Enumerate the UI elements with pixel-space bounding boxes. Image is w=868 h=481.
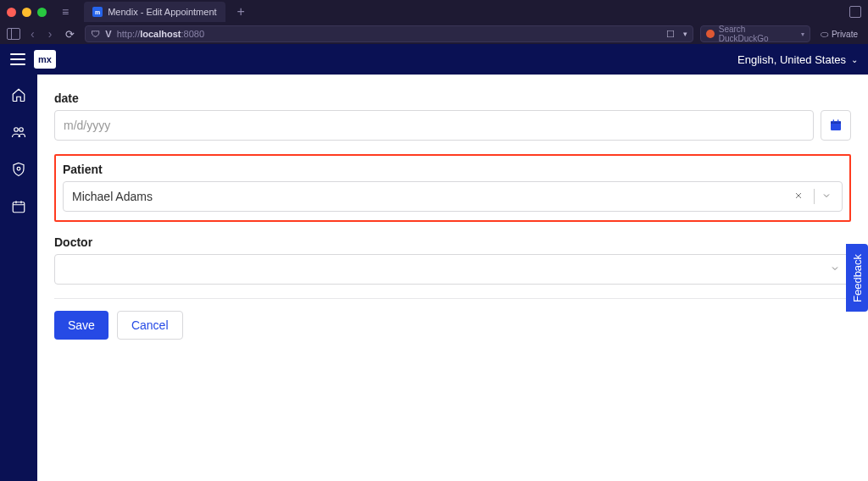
left-nav — [0, 75, 37, 481]
svg-rect-5 — [831, 121, 841, 124]
app-header: mx English, United States ⌄ — [0, 44, 868, 75]
reload-icon[interactable]: ⟳ — [65, 28, 75, 41]
maximize-window-icon[interactable] — [37, 8, 47, 17]
app-logo[interactable]: mx — [34, 50, 56, 69]
shield-icon[interactable] — [10, 161, 27, 178]
browser-tabbar: ≡ m Mendix - Edit Appointment + — [0, 0, 868, 24]
private-mask-icon: ⬭ — [821, 29, 828, 40]
bookmark-icon[interactable]: ☐ — [666, 29, 675, 40]
minimize-window-icon[interactable] — [22, 8, 31, 17]
scheme-icon: V — [105, 29, 111, 39]
form-buttons: Save Cancel — [54, 311, 851, 340]
nav-back-icon[interactable]: ‹ — [27, 27, 38, 41]
address-field[interactable]: 🛡 V http://localhost:8080 ☐ ▾ — [85, 25, 693, 42]
date-input[interactable] — [54, 110, 814, 141]
language-selector[interactable]: English, United States ⌄ — [737, 53, 858, 66]
browser-sidebar-toggle-icon[interactable] — [7, 28, 20, 40]
tab-title: Mendix - Edit Appointment — [108, 7, 216, 17]
search-caret-icon[interactable]: ▾ — [801, 30, 804, 38]
date-picker-button[interactable] — [821, 110, 851, 141]
nav-forward-icon: › — [45, 27, 56, 41]
private-label: Private — [832, 30, 858, 39]
patient-label: Patient — [63, 163, 843, 176]
doctor-select[interactable] — [54, 254, 851, 285]
svg-point-1 — [19, 128, 24, 132]
url-text: http://localhost:8080 — [117, 29, 204, 39]
tab-favicon-icon: m — [92, 7, 103, 17]
svg-rect-3 — [13, 202, 25, 213]
divider — [814, 189, 815, 204]
browser-tab[interactable]: m Mendix - Edit Appointment — [84, 2, 225, 22]
browser-chrome: ≡ m Mendix - Edit Appointment + ‹ › ⟳ 🛡 … — [0, 0, 868, 44]
browser-search-field[interactable]: Search DuckDuckGo ▾ — [700, 25, 810, 42]
doctor-label: Doctor — [54, 235, 851, 249]
svg-rect-7 — [837, 119, 838, 122]
app-body: date Patient Michael Adams — [0, 75, 868, 481]
doctor-field: Doctor — [54, 235, 851, 285]
svg-point-2 — [17, 167, 20, 170]
panel-toggle-icon[interactable] — [849, 6, 861, 18]
chevron-down-icon[interactable] — [826, 263, 843, 276]
chevron-down-icon[interactable] — [818, 190, 835, 203]
new-tab-button[interactable]: + — [237, 4, 245, 19]
chevron-down-icon: ⌄ — [851, 55, 858, 64]
form-content: date Patient Michael Adams — [37, 75, 868, 481]
search-placeholder: Search DuckDuckGo — [719, 25, 797, 43]
divider — [54, 298, 851, 299]
shield-icon[interactable]: 🛡 — [91, 29, 100, 39]
app-root: mx English, United States ⌄ date — [0, 44, 868, 481]
calendar-icon[interactable] — [10, 198, 27, 215]
stack-icon[interactable]: ≡ — [62, 5, 69, 19]
date-field: date — [54, 91, 851, 141]
language-label: English, United States — [737, 53, 846, 66]
save-button[interactable]: Save — [54, 311, 108, 340]
svg-point-0 — [14, 128, 19, 132]
duckduckgo-icon — [706, 30, 715, 38]
patient-value: Michael Adams — [72, 190, 787, 203]
clear-icon[interactable] — [787, 190, 810, 203]
home-icon[interactable] — [10, 86, 27, 103]
addr-caret-icon[interactable]: ▾ — [683, 30, 687, 38]
feedback-tab[interactable]: Feedback — [846, 244, 868, 312]
cancel-button[interactable]: Cancel — [117, 311, 183, 340]
calendar-icon — [829, 119, 843, 132]
patient-select[interactable]: Michael Adams — [63, 181, 843, 212]
private-indicator[interactable]: ⬭ Private — [817, 29, 861, 40]
menu-toggle-button[interactable] — [10, 53, 25, 65]
browser-addressbar: ‹ › ⟳ 🛡 V http://localhost:8080 ☐ ▾ Sear… — [0, 24, 868, 44]
window-controls — [7, 8, 47, 17]
users-icon[interactable] — [10, 124, 27, 141]
svg-rect-6 — [833, 119, 834, 122]
patient-field-highlight: Patient Michael Adams — [54, 154, 851, 222]
close-window-icon[interactable] — [7, 8, 16, 17]
date-label: date — [54, 91, 851, 105]
